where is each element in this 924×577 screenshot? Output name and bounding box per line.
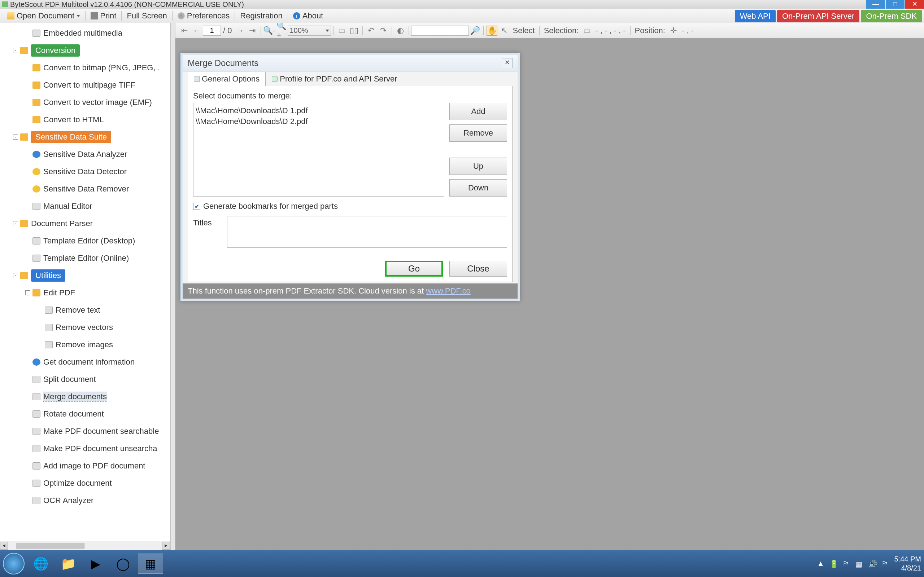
taskbar-explorer-icon[interactable]: 📁 — [56, 554, 81, 574]
contrast-button[interactable]: ◐ — [395, 26, 406, 36]
splitter[interactable] — [170, 23, 175, 550]
sidebar-scrollbar[interactable]: ◄ ► — [0, 541, 170, 550]
page-input[interactable] — [203, 26, 221, 36]
taskbar-app-icon[interactable]: ▦ — [138, 554, 163, 574]
scroll-left-icon[interactable]: ◄ — [0, 542, 8, 550]
tree-item[interactable]: Convert to bitmap (PNG, JPEG, . — [3, 59, 170, 76]
close-button[interactable]: Close — [449, 261, 507, 277]
network-icon[interactable]: ▦ — [855, 560, 863, 567]
battery-icon[interactable]: 🔋 — [829, 560, 837, 567]
footer-link[interactable]: www.PDF.co — [426, 286, 470, 295]
about-button[interactable]: i About — [289, 9, 328, 23]
rotate-right-button[interactable]: ↷ — [378, 26, 389, 36]
tree-item[interactable]: Make PDF document searchable — [3, 423, 170, 440]
tree-item[interactable]: -Edit PDF — [3, 284, 170, 301]
page-layout-double-button[interactable]: ▯▯ — [349, 26, 360, 36]
security-icon[interactable]: 🏳 — [881, 560, 889, 567]
tree-item[interactable]: Make PDF document unsearcha — [3, 440, 170, 457]
nav-next-button[interactable]: → — [234, 26, 246, 36]
onprem-sdk-button[interactable]: On-Prem SDK — [861, 10, 922, 23]
web-api-button[interactable]: Web API — [735, 10, 775, 23]
generate-bookmarks-checkbox[interactable]: ✔ — [193, 203, 200, 210]
separator — [483, 26, 484, 35]
start-button[interactable] — [3, 553, 24, 574]
minimize-button[interactable]: — — [866, 0, 885, 9]
scroll-right-icon[interactable]: ► — [162, 542, 170, 550]
tree-item[interactable]: Template Editor (Online) — [3, 250, 170, 267]
tree-item[interactable]: Merge documents — [3, 388, 170, 405]
tree-item[interactable]: Remove text — [3, 301, 170, 319]
tree-item[interactable]: Remove vectors — [3, 319, 170, 336]
folder-icon — [20, 220, 28, 227]
zoom-in-button[interactable]: 🔍+ — [276, 26, 287, 36]
taskbar-media-icon[interactable]: ▶ — [83, 554, 108, 574]
search-button[interactable]: 🔎 — [470, 26, 480, 36]
registration-button[interactable]: Registration — [236, 9, 287, 23]
expand-icon[interactable]: - — [25, 290, 30, 295]
tree-item[interactable]: Rotate document — [3, 405, 170, 423]
scroll-thumb[interactable] — [16, 543, 84, 548]
tree-item[interactable]: Convert to HTML — [3, 111, 170, 128]
volume-icon[interactable]: 🔊 — [868, 560, 876, 567]
tree-item[interactable]: Convert to vector image (EMF) — [3, 94, 170, 111]
search-input[interactable] — [411, 26, 469, 36]
up-button[interactable]: Up — [449, 158, 507, 175]
open-document-button[interactable]: Open Document — [3, 9, 84, 23]
page-layout-single-button[interactable]: ▭ — [336, 26, 347, 36]
zoom-combo[interactable]: 100% — [288, 26, 331, 36]
print-button[interactable]: Print — [86, 9, 121, 23]
tree-item[interactable]: Optimize document — [3, 475, 170, 492]
list-item[interactable]: \\Mac\Home\Downloads\D 1.pdf — [195, 105, 442, 116]
maximize-button[interactable]: □ — [886, 0, 905, 9]
zoom-out-button[interactable]: 🔍- — [264, 26, 275, 36]
action-center-icon[interactable]: 🏳 — [842, 560, 850, 567]
nav-prev-button[interactable]: ← — [191, 26, 202, 36]
titles-textarea[interactable] — [227, 216, 507, 248]
expand-icon[interactable]: - — [13, 273, 18, 278]
taskbar-chrome-icon[interactable]: ◯ — [110, 554, 136, 574]
tree-item[interactable]: Manual Editor — [3, 198, 170, 215]
dialog-title-bar: Merge Documents ✕ — [183, 55, 518, 71]
tree-item[interactable]: OCR Analyzer — [3, 492, 170, 509]
list-item[interactable]: \\Mac\Home\Downloads\D 2.pdf — [195, 116, 442, 127]
expand-icon[interactable]: - — [13, 221, 18, 226]
nav-first-button[interactable]: ⇤ — [179, 26, 190, 36]
tree-item[interactable]: Convert to multipage TIFF — [3, 76, 170, 94]
add-button[interactable]: Add — [449, 103, 507, 120]
preferences-button[interactable]: Preferences — [173, 9, 234, 23]
tree-item[interactable]: -Document Parser — [3, 215, 170, 232]
expand-icon[interactable]: - — [13, 48, 18, 53]
select-tool-button[interactable]: ↖ — [499, 26, 510, 36]
tree-item[interactable]: Get document information — [3, 353, 170, 371]
rotate-left-button[interactable]: ↶ — [366, 26, 376, 36]
tree-item[interactable]: Embedded multimedia — [3, 24, 170, 42]
tree-item[interactable]: -Sensitive Data Suite — [3, 128, 170, 146]
go-button[interactable]: Go — [385, 261, 443, 277]
close-window-button[interactable]: ✕ — [905, 0, 924, 9]
onprem-api-button[interactable]: On-Prem API Server — [777, 10, 860, 23]
dialog-close-button[interactable]: ✕ — [502, 58, 512, 68]
tree-item[interactable]: Add image to PDF document — [3, 457, 170, 475]
clock[interactable]: 5:44 PM 4/8/21 — [894, 554, 921, 573]
doc-icon — [32, 255, 40, 262]
tree-item[interactable]: Sensitive Data Detector — [3, 163, 170, 180]
tree-item[interactable]: Sensitive Data Analyzer — [3, 146, 170, 163]
down-button[interactable]: Down — [449, 179, 507, 197]
hand-tool-button[interactable]: ✋ — [486, 26, 498, 36]
tree-item[interactable]: Remove images — [3, 336, 170, 353]
tab-profile[interactable]: Profile for PDF.co and API Server — [266, 72, 403, 86]
tree-item[interactable]: -Utilities — [3, 267, 170, 284]
tab-general-options[interactable]: General Options — [188, 72, 266, 86]
nav-last-button[interactable]: ⇥ — [247, 26, 258, 36]
full-screen-button[interactable]: Full Screen — [122, 9, 171, 23]
remove-button[interactable]: Remove — [449, 124, 507, 142]
taskbar-ie-icon[interactable]: 🌐 — [28, 554, 53, 574]
expand-icon[interactable]: - — [13, 134, 18, 140]
tree-item[interactable]: -Conversion — [3, 42, 170, 59]
tree-item[interactable]: Sensitive Data Remover — [3, 180, 170, 198]
documents-listbox[interactable]: \\Mac\Home\Downloads\D 1.pdf\\Mac\Home\D… — [193, 103, 444, 197]
tree-item-label: Make PDF document unsearcha — [43, 444, 157, 453]
tree-item[interactable]: Split document — [3, 371, 170, 388]
tray-show-hidden-icon[interactable]: ▲ — [817, 559, 824, 567]
tree-item[interactable]: Template Editor (Desktop) — [3, 232, 170, 250]
